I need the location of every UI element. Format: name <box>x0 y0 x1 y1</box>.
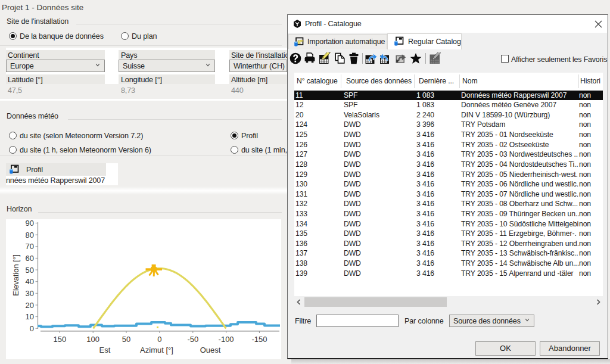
svg-text:-100: -100 <box>219 335 234 344</box>
svg-text:100: 100 <box>86 335 99 344</box>
svg-text:Ouest: Ouest <box>200 346 221 354</box>
svg-text:0: 0 <box>30 324 34 333</box>
svg-text:90: 90 <box>26 219 34 228</box>
svg-text:50: 50 <box>26 266 34 275</box>
svg-text:70: 70 <box>26 242 34 251</box>
svg-text:40: 40 <box>26 277 34 286</box>
svg-text:Elevation [°]: Elevation [°] <box>11 254 20 296</box>
svg-text:-150: -150 <box>251 335 267 344</box>
svg-text:80: 80 <box>26 231 34 239</box>
svg-text:-50: -50 <box>187 335 198 344</box>
svg-text:Azimut [°]: Azimut [°] <box>140 346 173 354</box>
svg-text:Est: Est <box>99 346 111 354</box>
svg-text:30: 30 <box>26 289 34 298</box>
svg-text:150: 150 <box>53 335 66 344</box>
svg-text:20: 20 <box>26 301 34 310</box>
svg-text:0: 0 <box>157 335 161 344</box>
svg-text:60: 60 <box>26 254 34 263</box>
svg-text:50: 50 <box>122 335 130 344</box>
svg-text:10: 10 <box>26 312 34 321</box>
